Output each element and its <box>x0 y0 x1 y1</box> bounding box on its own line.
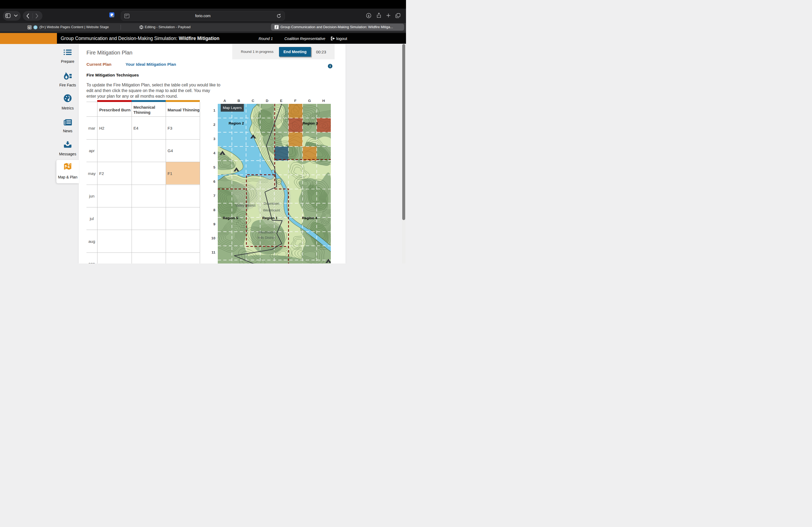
svg-text:Hills District: Hills District <box>258 236 275 240</box>
svg-text:Region 2: Region 2 <box>229 121 244 125</box>
svg-text:Valley District: Valley District <box>235 204 255 207</box>
svg-text:Region 5: Region 5 <box>222 216 238 220</box>
svg-text:Region 4: Region 4 <box>302 216 317 220</box>
svg-text:Westmount: Westmount <box>263 209 280 212</box>
svg-text:Region 3: Region 3 <box>302 121 318 125</box>
svg-text:N: N <box>29 26 31 29</box>
svg-text:Westmount: Westmount <box>258 230 275 234</box>
svg-text:Downtown: Downtown <box>263 202 279 206</box>
svg-text:Region 1: Region 1 <box>262 216 277 220</box>
